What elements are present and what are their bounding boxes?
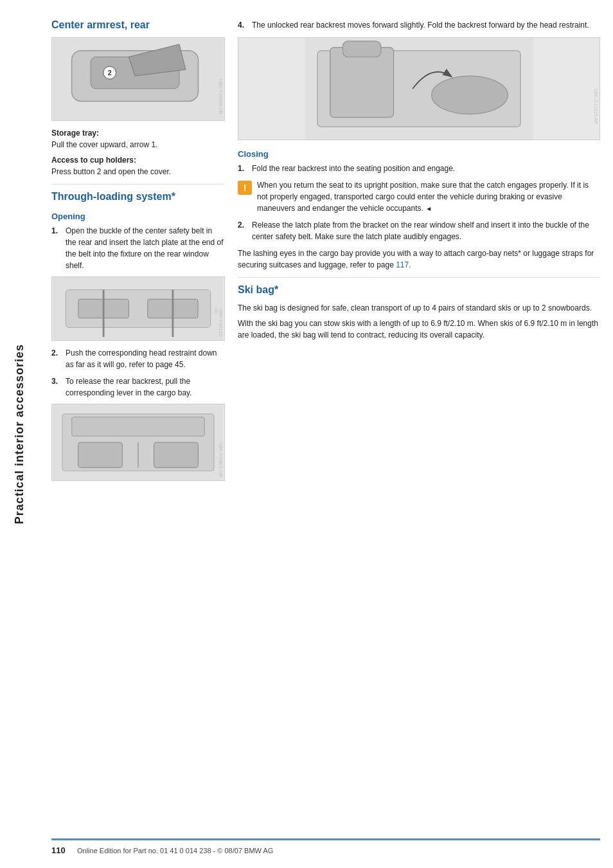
center-armrest-title: Center armrest, rear: [51, 19, 225, 31]
image2-watermark: UBK-Y-52116-08: [214, 309, 223, 340]
step4-text: The unlocked rear backrest moves forward…: [252, 19, 589, 31]
svg-text:2: 2: [108, 69, 112, 77]
footer: 110 Online Edition for Part no. 01 41 0 …: [51, 838, 600, 855]
step1-num: 1.: [51, 225, 62, 271]
cup-holders-label: Access to cup holders: Press button 2 an…: [51, 154, 225, 177]
section-divider: [51, 184, 225, 185]
closing-step1-num: 1.: [238, 163, 248, 174]
right-column: 4. The unlocked rear backrest moves forw…: [238, 19, 600, 826]
step3-text: To release the rear backrest, pull the c…: [66, 375, 225, 399]
sidebar: Practical interior accessories: [0, 0, 39, 868]
closing-step1: 1. Fold the rear backrest into the seati…: [238, 163, 600, 174]
closing-step2: 2. Release the latch plate from the brac…: [238, 219, 600, 242]
step2-num: 2.: [51, 347, 62, 370]
step4-list: 4. The unlocked rear backrest moves forw…: [238, 19, 600, 31]
closing-step2-num: 2.: [238, 219, 248, 242]
closing-step2-list: 2. Release the latch plate from the brac…: [238, 219, 600, 242]
step2-text: Push the corresponding head restraint do…: [66, 347, 225, 370]
through-loading-image1: UBK-Y-52116-08: [51, 276, 225, 341]
through-loading-title: Through-loading system*: [51, 191, 225, 203]
storage-tray-label: Storage tray: Pull the cover upward, arr…: [51, 127, 225, 150]
step-1: 1. Open the buckle of the center safety …: [51, 225, 225, 271]
warning-box: ! When you return the seat to its uprigh…: [238, 179, 600, 214]
step3-num: 3.: [51, 375, 62, 399]
step4-num: 4.: [238, 19, 248, 31]
closing-title: Closing: [238, 149, 600, 159]
center-armrest-image: 2 UBK-Y-MA4A-UR: [51, 37, 225, 121]
image3-watermark: UBK-Y-NALC-UR: [218, 442, 223, 477]
opening-steps: 1. Open the buckle of the center safety …: [51, 225, 225, 271]
closing-steps: 1. Fold the rear backrest into the seati…: [238, 163, 600, 174]
image4-watermark: UBK-Z-11323-AR: [594, 89, 598, 124]
warning-text: When you return the seat to its upright …: [257, 179, 600, 214]
svg-rect-21: [343, 41, 381, 57]
through-loading-image2: UBK-Y-NALC-UR: [51, 404, 225, 481]
lashing-link[interactable]: 117: [396, 260, 409, 269]
footer-text: Online Edition for Part no. 01 41 0 014 …: [77, 847, 273, 854]
image1-watermark: UBK-Y-MA4A-UR: [218, 79, 223, 114]
svg-point-22: [432, 76, 508, 114]
svg-rect-14: [78, 442, 123, 467]
ski-bag-title: Ski bag*: [238, 284, 600, 296]
warning-icon: !: [238, 181, 252, 195]
step1-text: Open the buckle of the center safety bel…: [66, 225, 225, 271]
left-column: Center armrest, rear 2 UBK-Y-MA4A: [51, 19, 225, 826]
lashing-text: The lashing eyes in the cargo bay provid…: [238, 248, 600, 271]
steps-2-3: 2. Push the corresponding head restraint…: [51, 347, 225, 399]
right-section-divider: [238, 277, 600, 278]
svg-rect-20: [330, 48, 394, 118]
backrest-image: UBK-Z-11323-AR: [238, 37, 600, 140]
opening-title: Opening: [51, 212, 225, 221]
closing-step1-text: Fold the rear backrest into the seating …: [252, 163, 455, 174]
main-content: Center armrest, rear 2 UBK-Y-MA4A: [39, 0, 613, 868]
step-2: 2. Push the corresponding head restraint…: [51, 347, 225, 370]
step-4: 4. The unlocked rear backrest moves forw…: [238, 19, 600, 31]
svg-rect-16: [72, 417, 205, 437]
step-3: 3. To release the rear backrest, pull th…: [51, 375, 225, 399]
ski-bag-para2: With the ski bag you can stow skis with …: [238, 318, 600, 341]
ski-bag-para1: The ski bag is designed for safe, clean …: [238, 302, 600, 314]
svg-rect-15: [154, 442, 199, 467]
footer-page-number: 110: [51, 845, 71, 855]
closing-step2-text: Release the latch plate from the bracket…: [252, 219, 600, 242]
sidebar-label: Practical interior accessories: [13, 344, 26, 524]
